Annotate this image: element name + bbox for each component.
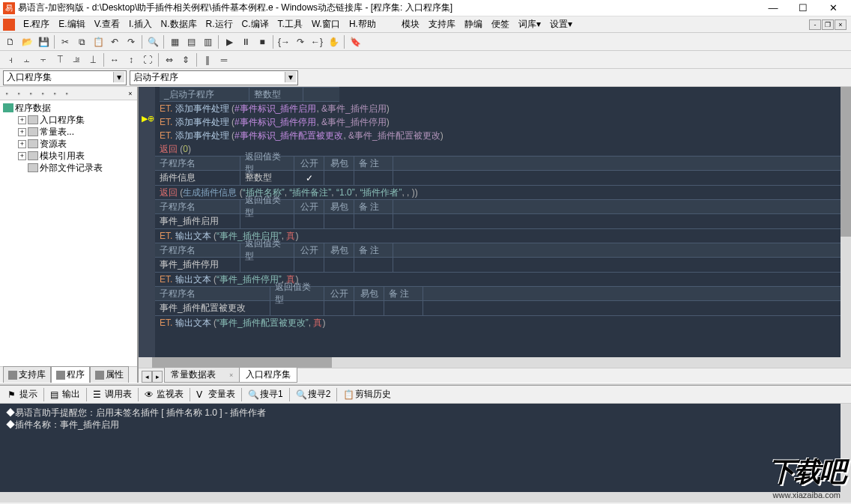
tab-support-lib[interactable]: 支持库 [3, 366, 51, 383]
btab-search1[interactable]: 🔍搜寻1 [243, 386, 288, 403]
tree-body[interactable]: 程序数据 +入口程序集 +常量表... +资源表 +模块引用表 外部文件记录表 [0, 100, 137, 366]
tree-node-extfile[interactable]: 外部文件记录表 [1, 162, 136, 174]
tree-node-entry[interactable]: +入口程序集 [1, 114, 136, 126]
breakpoint-marker-icon[interactable]: ▶⊕ [142, 114, 154, 124]
menu-window[interactable]: W.窗口 [308, 16, 344, 32]
output-hscroll[interactable] [0, 492, 851, 503]
tree-root[interactable]: 程序数据 [1, 102, 136, 114]
vertical-scrollbar[interactable] [841, 87, 851, 357]
btab-hint[interactable]: ⚑提示 [3, 386, 42, 403]
menu-run[interactable]: R.运行 [202, 16, 237, 32]
dist-h-icon[interactable]: ‖ [200, 52, 215, 67]
expand-icon[interactable]: + [18, 128, 26, 136]
tab-program[interactable]: 程序 [51, 366, 90, 383]
scrollbar-thumb[interactable] [841, 87, 851, 237]
align-right-icon[interactable]: ⫟ [36, 52, 51, 67]
sub-row[interactable]: 事件_插件配置被更改 [155, 301, 841, 316]
code-tab-const[interactable]: 常量数据表× [164, 367, 240, 383]
paste-icon[interactable]: 📋 [91, 34, 106, 49]
expand-icon[interactable]: + [18, 152, 26, 160]
mdi-minimize[interactable]: - [809, 19, 821, 30]
code-line[interactable]: ET. 输出文本 (“事件_插件停用”, 真) [155, 273, 841, 286]
same-width-icon[interactable]: ↔ [107, 52, 122, 67]
mdi-restore[interactable]: ❐ [822, 19, 834, 30]
sub-row[interactable]: 插件信息整数型✓ [155, 171, 841, 186]
menu-edit[interactable]: E.编辑 [55, 16, 88, 32]
btab-search2[interactable]: 🔍搜寻2 [291, 386, 336, 403]
tree-btn-4[interactable]: ▫ [37, 88, 48, 99]
tab-properties[interactable]: 属性 [90, 366, 129, 383]
breakpoint-icon[interactable]: ✋ [326, 34, 341, 49]
tree-close-icon[interactable]: × [125, 88, 136, 99]
align-top-icon[interactable]: ⟙ [52, 52, 67, 67]
btab-watch[interactable]: 👁监视表 [140, 386, 188, 403]
btab-vars[interactable]: Ⅴ变量表 [192, 386, 240, 403]
layout1-icon[interactable]: ▦ [167, 34, 182, 49]
minimize-button[interactable]: — [758, 1, 788, 16]
tree-btn-5[interactable]: ▫ [49, 88, 60, 99]
new-icon[interactable]: 🗋 [3, 34, 18, 49]
subroutine-combo[interactable]: 启动子程序 [130, 70, 298, 85]
run-icon[interactable]: ▶ [222, 34, 237, 49]
open-icon[interactable]: 📂 [19, 34, 34, 49]
menu-program[interactable]: E.程序 [19, 16, 53, 32]
stop-icon[interactable]: ■ [255, 34, 270, 49]
sub-row[interactable]: 事件_插件停用 [155, 258, 841, 273]
expand-icon[interactable]: + [18, 140, 26, 148]
align-left-icon[interactable]: ⫞ [3, 52, 18, 67]
menu-compile[interactable]: C.编译 [238, 16, 273, 32]
save-icon[interactable]: 💾 [36, 34, 51, 49]
redo-icon[interactable]: ↷ [124, 34, 139, 49]
mdi-close[interactable]: × [835, 19, 847, 30]
menu-settings[interactable]: 设置▾ [546, 16, 576, 32]
output-text[interactable]: ◆易语言助手提醒您：启用未签名插件 [ 插件名称 1.0 ] - 插件作者 ◆插… [0, 404, 851, 492]
btab-call[interactable]: ☰调用表 [88, 386, 136, 403]
step-over-icon[interactable]: ↷ [293, 34, 308, 49]
dist-v-icon[interactable]: ═ [216, 52, 231, 67]
tree-node-module[interactable]: +模块引用表 [1, 150, 136, 162]
maximize-button[interactable]: ☐ [788, 1, 818, 16]
assembly-combo[interactable]: 入口程序集 [3, 70, 127, 85]
step-out-icon[interactable]: ←} [309, 34, 324, 49]
tree-btn-2[interactable]: ▫ [13, 88, 24, 99]
close-button[interactable]: ✕ [818, 1, 848, 16]
tree-btn-6[interactable]: ▫ [61, 88, 72, 99]
tree-node-resource[interactable]: +资源表 [1, 138, 136, 150]
layout2-icon[interactable]: ▤ [184, 34, 199, 49]
menu-tools[interactable]: T.工具 [274, 16, 306, 32]
layout3-icon[interactable]: ▥ [200, 34, 215, 49]
menu-view[interactable]: V.查看 [91, 16, 124, 32]
pause-icon[interactable]: ⏸ [238, 34, 253, 49]
tab-close-icon[interactable]: × [229, 371, 233, 379]
menu-database[interactable]: N.数据库 [157, 16, 201, 32]
gutter[interactable]: ▶⊕ [139, 87, 155, 368]
tab-prev-icon[interactable]: ◂ [142, 371, 152, 383]
code-line[interactable]: ET. 添加事件处理 (#事件标识_插件停用, &事件_插件停用) [155, 115, 841, 129]
btab-output[interactable]: ▤输出 [46, 386, 85, 403]
tree-node-const[interactable]: +常量表... [1, 126, 136, 138]
scrollbar-thumb[interactable] [152, 357, 332, 368]
menu-help[interactable]: H.帮助 [345, 16, 380, 32]
expand-icon[interactable]: + [18, 116, 26, 124]
step-in-icon[interactable]: {→ [276, 34, 291, 49]
output-vscroll[interactable] [841, 404, 851, 492]
btab-clip[interactable]: 📋剪辑历史 [339, 386, 396, 403]
menu-module[interactable]: 模块 [398, 16, 423, 32]
tree-btn-1[interactable]: ▫ [1, 88, 12, 99]
code-line[interactable]: ET. 添加事件处理 (#事件标识_插件启用, &事件_插件启用) [155, 102, 841, 115]
center-v-icon[interactable]: ⇕ [178, 52, 193, 67]
cut-icon[interactable]: ✂ [58, 34, 73, 49]
center-h-icon[interactable]: ⇔ [162, 52, 177, 67]
find-icon[interactable]: 🔍 [145, 34, 160, 49]
tab-next-icon[interactable]: ▸ [152, 371, 163, 383]
tree-btn-3[interactable]: ▫ [25, 88, 36, 99]
align-middle-icon[interactable]: ⫡ [69, 52, 84, 67]
copy-icon[interactable]: ⧉ [74, 34, 89, 49]
code-tab-entry[interactable]: 入口程序集 [239, 367, 297, 383]
menu-support[interactable]: 支持库 [425, 16, 459, 32]
align-bottom-icon[interactable]: ⟘ [85, 52, 100, 67]
code-line[interactable]: ET. 输出文本 (“事件_插件配置被更改”, 真) [155, 316, 841, 330]
code-body[interactable]: ▶⊕ _启动子程序 整数型 ET. 添加事件处理 (#事件标识_插件启用, &事… [139, 87, 851, 368]
horizontal-scrollbar[interactable] [139, 357, 851, 368]
sub-row[interactable]: 事件_插件启用 [155, 214, 841, 229]
